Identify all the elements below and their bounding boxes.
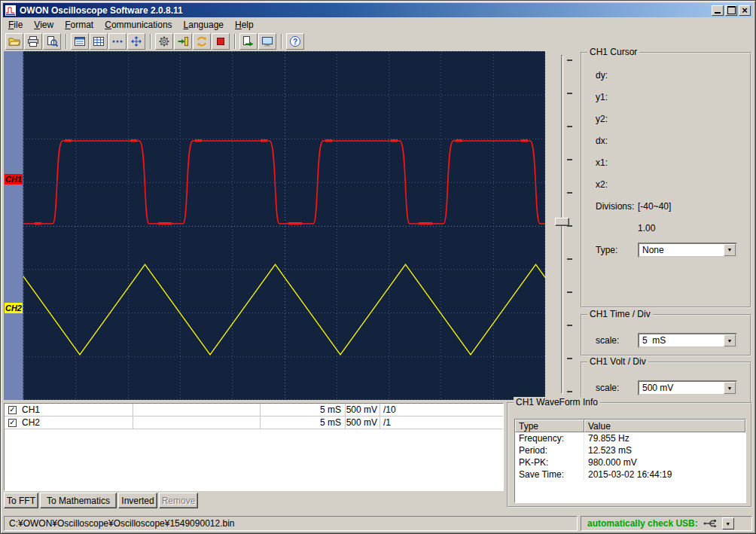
cursor-type-select[interactable]: None [638,243,737,258]
close-button[interactable] [739,5,751,16]
grid-view-button[interactable] [90,33,108,50]
time-div-value: 5 mS [639,334,736,346]
print-preview-icon [46,35,58,47]
dots-icon [111,35,123,47]
to-fft-button[interactable]: To FFT [4,493,38,508]
to-mathematics-button[interactable]: To Mathematics [40,493,117,508]
volt-div-value: 500 mV [639,382,736,394]
chevron-down-icon[interactable] [724,382,736,394]
open-folder-icon [8,35,20,47]
menu-view[interactable]: View [29,18,59,32]
chevron-down-icon[interactable] [724,334,736,346]
table-row: Frequency:79.855 Hz [515,432,745,444]
ch2-probe: /1 [383,417,391,428]
remove-button[interactable]: Remove [159,493,198,508]
menu-file[interactable]: File [3,18,29,32]
screenshot-button[interactable] [258,33,276,50]
channel-table: ✓CH1 5 mS 500 mV /10 ✓CH2 5 mS 500 mV /1 [4,403,504,491]
divisions-label: Divisions: [588,201,638,212]
ch1-tag[interactable]: CH1 [5,174,23,185]
ch1-voltdiv: 500 mV [346,404,377,415]
table-row-ch1[interactable]: ✓CH1 5 mS 500 mV /10 [5,404,503,417]
window-title: OWON Oscilloscope Software 2.0.8.11 [20,5,710,16]
chevron-down-icon[interactable] [724,244,736,256]
menu-help[interactable]: Help [230,18,260,32]
waveform-info-table: Type Value Frequency:79.855 Hz Period:12… [514,419,746,503]
gear-icon [158,35,170,47]
time-div-select[interactable]: 5 mS [638,333,737,348]
ch2-voltdiv: 500 mV [346,417,377,428]
ch1-timediv: 5 mS [320,404,341,415]
x2-label: x2: [588,179,638,190]
ch2-name: CH2 [22,417,40,428]
open-file-button[interactable] [5,33,23,50]
ch1-time-div-panel: CH1 Time / Div scale: 5 mS [581,314,751,356]
inverted-button[interactable]: Inverted [118,493,157,508]
cursor-panel-title: CH1 Cursor [587,47,639,57]
scope-display[interactable] [23,51,545,400]
connect-button[interactable] [174,33,192,50]
table-row-ch2[interactable]: ✓CH2 5 mS 500 mV /1 [5,417,503,429]
time-scale-label: scale: [588,335,638,346]
time-div-title: CH1 Time / Div [587,309,653,319]
ch1-waveform-info-panel: CH1 WaveForm Info Type Value Frequency:7… [507,402,752,508]
title-bar: OWON Oscilloscope Software 2.0.8.11 [3,3,753,17]
export-icon [242,35,255,47]
vertical-slider-ticks [567,60,572,395]
menu-format[interactable]: Format [59,18,99,32]
usb-status-label: automatically check USB: [587,518,698,529]
ch1-cursor-panel: CH1 Cursor dy: y1: y2: dx: x1: x2: Divis… [581,52,751,308]
ch2-checkbox[interactable]: ✓ [8,419,17,427]
print-preview-button[interactable] [43,33,61,50]
export-button[interactable] [239,33,258,50]
ch2-tag[interactable]: CH2 [5,303,23,313]
help-icon: ? [289,35,301,47]
dots-view-button[interactable] [108,33,127,50]
maximize-button[interactable] [725,5,737,16]
printer-icon [27,35,39,47]
status-usb-panel: automatically check USB: [581,516,752,531]
vertical-slider-thumb[interactable] [555,218,569,226]
cursor-type-value: None [639,244,736,256]
channel-strip: CH1 CH2 [4,51,23,400]
minimize-button[interactable] [712,5,724,16]
move-arrows-icon [130,35,142,47]
app-window: OWON Oscilloscope Software 2.0.8.11 File… [0,0,756,534]
volt-scale-label: scale: [588,383,638,393]
toolbar-separator [234,34,236,49]
x1-label: x1: [588,157,638,168]
table-row: PK-PK:980.000 mV [515,456,745,468]
stop-square-icon [215,35,227,47]
help-button[interactable]: ? [286,33,304,50]
ch1-checkbox[interactable]: ✓ [8,406,17,414]
toolbar-separator [281,34,282,49]
y2-label: y2: [588,114,638,124]
ch1-probe: /10 [383,404,396,415]
print-button[interactable] [24,33,42,50]
volt-div-select[interactable]: 500 mV [638,380,737,395]
auto-run-button[interactable] [193,33,211,50]
usb-dropdown-button[interactable] [722,517,734,529]
svg-text:?: ? [293,38,297,46]
wf-header-value: Value [584,420,745,432]
divisions-value: 1.00 [638,223,655,233]
volt-div-title: CH1 Volt / Div [587,356,648,367]
usb-icon [703,518,719,529]
stop-button[interactable] [212,33,230,50]
wf-header-type: Type [515,420,584,432]
dx-label: dx: [588,136,638,146]
toolbar: ? [3,32,753,51]
scope-canvas [23,51,545,400]
ch1-name: CH1 [22,404,40,415]
toolbar-separator [66,34,67,49]
cursor-type-label: Type: [588,245,638,255]
menu-communications[interactable]: Communications [99,18,178,32]
waveform-list-button[interactable] [71,33,89,50]
settings-button[interactable] [155,33,173,50]
app-icon [5,5,16,16]
dy-label: dy: [588,70,638,81]
y1-label: y1: [588,92,638,102]
pan-button[interactable] [127,33,145,50]
menu-language[interactable]: Language [178,18,230,32]
table-row: Period:12.523 mS [515,444,745,456]
